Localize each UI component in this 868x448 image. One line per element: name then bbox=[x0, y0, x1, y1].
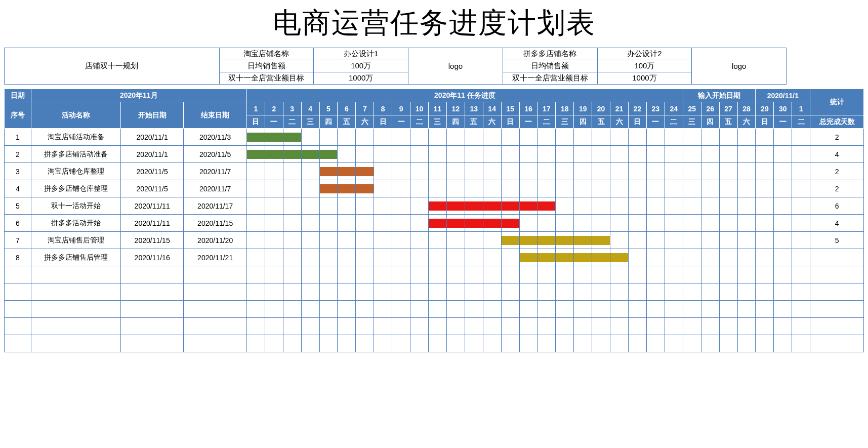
gantt-cell bbox=[338, 146, 356, 163]
gantt-bar bbox=[538, 201, 555, 211]
gantt-cell bbox=[319, 318, 338, 335]
gantt-cell bbox=[374, 163, 392, 180]
gantt-cell bbox=[574, 180, 592, 197]
gantt-cell bbox=[646, 249, 665, 266]
gantt-bar bbox=[483, 219, 501, 228]
gantt-cell bbox=[665, 249, 683, 266]
gantt-cell bbox=[392, 215, 410, 232]
day-num-header: 20 bbox=[592, 102, 610, 115]
day-num-header: 9 bbox=[392, 102, 410, 115]
gantt-cell bbox=[592, 232, 610, 249]
shop2-avg-label: 日均销售额 bbox=[503, 60, 597, 72]
gantt-cell bbox=[446, 249, 465, 266]
gantt-cell bbox=[774, 163, 792, 180]
gantt-cell bbox=[283, 283, 301, 301]
gantt-cell bbox=[374, 197, 392, 215]
gantt-cell bbox=[483, 180, 501, 197]
gantt-cell bbox=[446, 266, 465, 283]
task-start bbox=[120, 335, 184, 352]
gantt-cell bbox=[628, 232, 646, 249]
gantt-cell bbox=[374, 129, 392, 146]
day-num-header: 24 bbox=[665, 102, 683, 115]
shop2-target-value: 1000万 bbox=[597, 72, 692, 85]
gantt-cell bbox=[737, 266, 756, 283]
gantt-cell bbox=[392, 283, 410, 301]
gantt-bar bbox=[247, 133, 265, 142]
gantt-cell bbox=[556, 318, 574, 335]
gantt-cell bbox=[574, 146, 592, 163]
start-date-value[interactable]: 2020/11/1 bbox=[756, 89, 810, 102]
gantt-cell bbox=[301, 283, 319, 301]
gantt-cell bbox=[465, 301, 483, 318]
gantt-bar bbox=[356, 184, 374, 193]
gantt-cell bbox=[283, 249, 301, 266]
gantt-cell bbox=[719, 249, 737, 266]
gantt-cell bbox=[338, 232, 356, 249]
progress-header: 2020年11 任务进度 bbox=[246, 89, 683, 102]
gantt-cell bbox=[774, 335, 792, 352]
task-name: 拼多多活动开始 bbox=[31, 215, 120, 232]
task-row: 1淘宝店铺活动准备2020/11/12020/11/32 bbox=[5, 129, 864, 146]
gantt-cell bbox=[774, 301, 792, 318]
gantt-cell bbox=[574, 129, 592, 146]
gantt-cell bbox=[319, 301, 338, 318]
gantt-cell bbox=[319, 129, 338, 146]
gantt-cell bbox=[646, 197, 665, 215]
gantt-cell bbox=[301, 163, 319, 180]
gantt-cell bbox=[665, 180, 683, 197]
month-header: 2020年11月 bbox=[31, 89, 246, 102]
gantt-cell bbox=[774, 283, 792, 301]
gantt-bar bbox=[592, 236, 610, 245]
gantt-cell bbox=[483, 146, 501, 163]
task-end: 2020/11/3 bbox=[184, 129, 247, 146]
page-title: 电商运营任务进度计划表 bbox=[4, 4, 864, 43]
gantt-cell bbox=[737, 163, 756, 180]
gantt-cell bbox=[628, 318, 646, 335]
task-seq: 6 bbox=[5, 215, 31, 232]
task-name bbox=[31, 318, 120, 335]
gantt-cell bbox=[301, 197, 319, 215]
gantt-cell bbox=[665, 266, 683, 283]
gantt-bar bbox=[429, 219, 446, 228]
gantt-cell bbox=[665, 232, 683, 249]
gantt-cell bbox=[410, 180, 429, 197]
shop1-name-label: 淘宝店铺名称 bbox=[219, 48, 314, 60]
gantt-cell bbox=[628, 129, 646, 146]
gantt-cell bbox=[428, 197, 446, 215]
day-num-header: 12 bbox=[446, 102, 465, 115]
empty-row bbox=[5, 266, 864, 283]
gantt-bar bbox=[302, 150, 319, 159]
gantt-cell bbox=[574, 215, 592, 232]
seq-header: 序号 bbox=[5, 102, 31, 129]
task-end: 2020/11/7 bbox=[184, 163, 247, 180]
gantt-cell bbox=[283, 146, 301, 163]
gantt-cell bbox=[319, 232, 338, 249]
gantt-cell bbox=[592, 249, 610, 266]
gantt-cell bbox=[356, 318, 374, 335]
gantt-cell bbox=[774, 266, 792, 283]
gantt-cell bbox=[792, 146, 810, 163]
gantt-bar bbox=[447, 201, 465, 211]
gantt-cell bbox=[592, 129, 610, 146]
gantt-bar bbox=[483, 201, 501, 211]
gantt-cell bbox=[246, 249, 265, 266]
day-num-header: 14 bbox=[483, 102, 501, 115]
day-num-header: 27 bbox=[719, 102, 737, 115]
gantt-cell bbox=[246, 215, 265, 232]
gantt-cell bbox=[792, 215, 810, 232]
gantt-bar bbox=[502, 236, 519, 245]
day-num-header: 5 bbox=[319, 102, 338, 115]
gantt-cell bbox=[446, 335, 465, 352]
weekday-header: 一 bbox=[519, 115, 538, 129]
gantt-cell bbox=[719, 215, 737, 232]
task-seq bbox=[5, 283, 31, 301]
weekday-header: 五 bbox=[719, 115, 737, 129]
gantt-cell bbox=[410, 266, 429, 283]
task-days: 4 bbox=[810, 146, 864, 163]
gantt-cell bbox=[628, 215, 646, 232]
gantt-cell bbox=[265, 129, 283, 146]
gantt-cell bbox=[428, 146, 446, 163]
gantt-cell bbox=[265, 318, 283, 335]
gantt-cell bbox=[446, 197, 465, 215]
task-start: 2020/11/11 bbox=[120, 197, 184, 215]
